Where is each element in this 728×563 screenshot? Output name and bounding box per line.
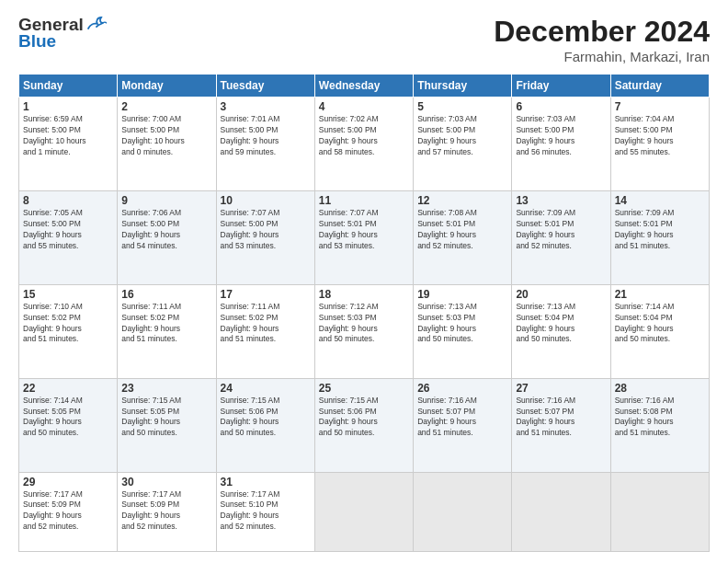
day-info: Sunrise: 7:15 AM Sunset: 5:06 PM Dayligh… bbox=[319, 396, 409, 440]
col-thursday: Thursday bbox=[414, 75, 512, 98]
table-row bbox=[512, 472, 610, 551]
day-info: Sunrise: 7:15 AM Sunset: 5:05 PM Dayligh… bbox=[121, 396, 211, 440]
table-row: 3Sunrise: 7:01 AM Sunset: 5:00 PM Daylig… bbox=[216, 98, 314, 191]
day-number: 2 bbox=[121, 100, 211, 113]
table-row: 16Sunrise: 7:11 AM Sunset: 5:02 PM Dayli… bbox=[118, 284, 216, 378]
calendar-header-row: Sunday Monday Tuesday Wednesday Thursday… bbox=[19, 75, 710, 98]
table-row: 15Sunrise: 7:10 AM Sunset: 5:02 PM Dayli… bbox=[19, 284, 118, 378]
table-row: 4Sunrise: 7:02 AM Sunset: 5:00 PM Daylig… bbox=[314, 98, 413, 191]
day-number: 13 bbox=[516, 194, 606, 207]
table-row: 27Sunrise: 7:16 AM Sunset: 5:07 PM Dayli… bbox=[512, 378, 610, 472]
table-row: 19Sunrise: 7:13 AM Sunset: 5:03 PM Dayli… bbox=[414, 284, 512, 378]
day-info: Sunrise: 7:07 AM Sunset: 5:01 PM Dayligh… bbox=[319, 208, 409, 252]
day-info: Sunrise: 7:03 AM Sunset: 5:00 PM Dayligh… bbox=[516, 114, 606, 158]
day-number: 8 bbox=[23, 194, 113, 207]
day-info: Sunrise: 7:01 AM Sunset: 5:00 PM Dayligh… bbox=[221, 114, 311, 158]
table-row: 22Sunrise: 7:14 AM Sunset: 5:05 PM Dayli… bbox=[19, 378, 118, 472]
day-number: 9 bbox=[121, 194, 211, 207]
table-row: 20Sunrise: 7:13 AM Sunset: 5:04 PM Dayli… bbox=[512, 284, 610, 378]
day-info: Sunrise: 7:16 AM Sunset: 5:07 PM Dayligh… bbox=[417, 396, 507, 440]
day-info: Sunrise: 7:08 AM Sunset: 5:01 PM Dayligh… bbox=[417, 208, 507, 252]
day-number: 18 bbox=[319, 288, 409, 301]
day-info: Sunrise: 7:05 AM Sunset: 5:00 PM Dayligh… bbox=[23, 208, 113, 252]
table-row: 9Sunrise: 7:06 AM Sunset: 5:00 PM Daylig… bbox=[118, 190, 216, 284]
day-info: Sunrise: 7:06 AM Sunset: 5:00 PM Dayligh… bbox=[121, 208, 211, 252]
day-info: Sunrise: 7:16 AM Sunset: 5:08 PM Dayligh… bbox=[615, 396, 705, 440]
table-row: 2Sunrise: 7:00 AM Sunset: 5:00 PM Daylig… bbox=[118, 98, 216, 191]
day-number: 30 bbox=[121, 476, 211, 488]
table-row: 11Sunrise: 7:07 AM Sunset: 5:01 PM Dayli… bbox=[314, 190, 413, 284]
table-row: 14Sunrise: 7:09 AM Sunset: 5:01 PM Dayli… bbox=[610, 190, 709, 284]
page: General Blue December 2024 Farmahin, Mar… bbox=[0, 0, 728, 563]
col-sunday: Sunday bbox=[19, 75, 118, 98]
table-row bbox=[610, 472, 709, 551]
day-info: Sunrise: 7:09 AM Sunset: 5:01 PM Dayligh… bbox=[615, 208, 705, 252]
day-number: 27 bbox=[516, 382, 606, 395]
day-number: 19 bbox=[417, 288, 507, 301]
day-info: Sunrise: 7:16 AM Sunset: 5:07 PM Dayligh… bbox=[516, 396, 606, 440]
calendar: Sunday Monday Tuesday Wednesday Thursday… bbox=[18, 74, 710, 552]
day-number: 31 bbox=[221, 476, 311, 488]
day-number: 28 bbox=[615, 382, 705, 395]
table-row: 30Sunrise: 7:17 AM Sunset: 5:09 PM Dayli… bbox=[118, 472, 216, 551]
day-info: Sunrise: 7:11 AM Sunset: 5:02 PM Dayligh… bbox=[121, 302, 211, 346]
day-number: 17 bbox=[221, 288, 311, 301]
day-info: Sunrise: 7:00 AM Sunset: 5:00 PM Dayligh… bbox=[121, 114, 211, 158]
table-row: 13Sunrise: 7:09 AM Sunset: 5:01 PM Dayli… bbox=[512, 190, 610, 284]
table-row: 23Sunrise: 7:15 AM Sunset: 5:05 PM Dayli… bbox=[118, 378, 216, 472]
month-title: December 2024 bbox=[494, 15, 710, 49]
day-info: Sunrise: 7:14 AM Sunset: 5:04 PM Dayligh… bbox=[615, 302, 705, 346]
logo-bird-icon bbox=[86, 16, 107, 32]
col-saturday: Saturday bbox=[610, 75, 709, 98]
location: Farmahin, Markazi, Iran bbox=[494, 49, 710, 64]
col-monday: Monday bbox=[118, 75, 216, 98]
day-info: Sunrise: 7:17 AM Sunset: 5:09 PM Dayligh… bbox=[121, 489, 211, 534]
day-number: 11 bbox=[319, 194, 409, 207]
day-number: 4 bbox=[319, 100, 409, 113]
day-info: Sunrise: 7:11 AM Sunset: 5:02 PM Dayligh… bbox=[221, 302, 311, 346]
day-number: 14 bbox=[615, 194, 705, 207]
day-number: 5 bbox=[417, 100, 507, 113]
table-row: 8Sunrise: 7:05 AM Sunset: 5:00 PM Daylig… bbox=[19, 190, 118, 284]
day-info: Sunrise: 6:59 AM Sunset: 5:00 PM Dayligh… bbox=[23, 114, 113, 158]
logo: General Blue bbox=[18, 15, 107, 52]
table-row: 26Sunrise: 7:16 AM Sunset: 5:07 PM Dayli… bbox=[414, 378, 512, 472]
col-friday: Friday bbox=[512, 75, 610, 98]
table-row: 7Sunrise: 7:04 AM Sunset: 5:00 PM Daylig… bbox=[610, 98, 709, 191]
day-info: Sunrise: 7:13 AM Sunset: 5:04 PM Dayligh… bbox=[516, 302, 606, 346]
table-row: 25Sunrise: 7:15 AM Sunset: 5:06 PM Dayli… bbox=[314, 378, 413, 472]
table-row: 24Sunrise: 7:15 AM Sunset: 5:06 PM Dayli… bbox=[216, 378, 314, 472]
day-info: Sunrise: 7:17 AM Sunset: 5:09 PM Dayligh… bbox=[23, 489, 113, 534]
table-row: 31Sunrise: 7:17 AM Sunset: 5:10 PM Dayli… bbox=[216, 472, 314, 551]
day-number: 12 bbox=[417, 194, 507, 207]
day-number: 26 bbox=[417, 382, 507, 395]
day-info: Sunrise: 7:07 AM Sunset: 5:00 PM Dayligh… bbox=[221, 208, 311, 252]
day-number: 1 bbox=[23, 100, 113, 113]
table-row: 10Sunrise: 7:07 AM Sunset: 5:00 PM Dayli… bbox=[216, 190, 314, 284]
day-number: 15 bbox=[23, 288, 113, 301]
day-info: Sunrise: 7:09 AM Sunset: 5:01 PM Dayligh… bbox=[516, 208, 606, 252]
day-number: 23 bbox=[121, 382, 211, 395]
table-row bbox=[414, 472, 512, 551]
day-number: 22 bbox=[23, 382, 113, 395]
day-number: 20 bbox=[516, 288, 606, 301]
table-row: 28Sunrise: 7:16 AM Sunset: 5:08 PM Dayli… bbox=[610, 378, 709, 472]
table-row: 18Sunrise: 7:12 AM Sunset: 5:03 PM Dayli… bbox=[314, 284, 413, 378]
day-number: 7 bbox=[615, 100, 705, 113]
day-info: Sunrise: 7:03 AM Sunset: 5:00 PM Dayligh… bbox=[417, 114, 507, 158]
day-info: Sunrise: 7:17 AM Sunset: 5:10 PM Dayligh… bbox=[221, 489, 311, 534]
day-info: Sunrise: 7:04 AM Sunset: 5:00 PM Dayligh… bbox=[615, 114, 705, 158]
day-info: Sunrise: 7:14 AM Sunset: 5:05 PM Dayligh… bbox=[23, 396, 113, 440]
day-number: 3 bbox=[221, 100, 311, 113]
day-info: Sunrise: 7:15 AM Sunset: 5:06 PM Dayligh… bbox=[221, 396, 311, 440]
day-number: 16 bbox=[121, 288, 211, 301]
table-row: 1Sunrise: 6:59 AM Sunset: 5:00 PM Daylig… bbox=[19, 98, 118, 191]
day-number: 6 bbox=[516, 100, 606, 113]
header: General Blue December 2024 Farmahin, Mar… bbox=[18, 15, 710, 64]
table-row: 17Sunrise: 7:11 AM Sunset: 5:02 PM Dayli… bbox=[216, 284, 314, 378]
day-number: 24 bbox=[221, 382, 311, 395]
day-number: 21 bbox=[615, 288, 705, 301]
day-info: Sunrise: 7:12 AM Sunset: 5:03 PM Dayligh… bbox=[319, 302, 409, 346]
day-number: 29 bbox=[23, 476, 113, 488]
col-tuesday: Tuesday bbox=[216, 75, 314, 98]
